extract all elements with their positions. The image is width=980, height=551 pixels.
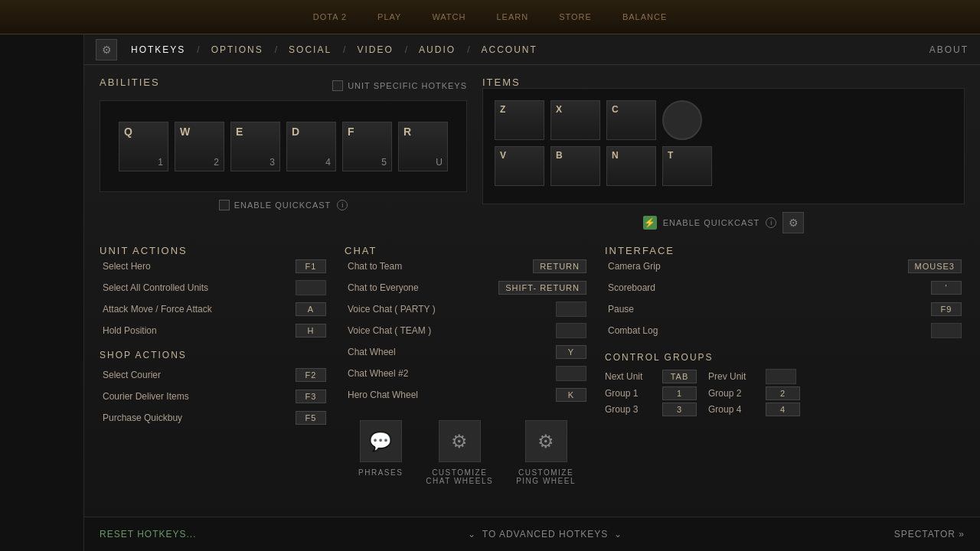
select-courier-key[interactable]: F2 — [296, 368, 326, 382]
action-hero-chat-wheel[interactable]: Hero Chat Wheel K — [345, 385, 590, 405]
nav-about[interactable]: ABOUT — [929, 44, 969, 55]
chat-everyone-key[interactable]: SHIFT- RETURN — [498, 281, 586, 295]
action-select-courier[interactable]: Select Courier F2 — [100, 365, 329, 385]
unit-specific-checkbox-label[interactable]: UNIT SPECIFIC HOTKEYS — [332, 80, 467, 91]
combat-log-key[interactable] — [931, 323, 962, 338]
group4-key[interactable]: 4 — [766, 403, 800, 416]
action-purchase-quickbuy[interactable]: Purchase Quickbuy F5 — [100, 408, 329, 428]
topbar-play[interactable]: PLAY — [377, 12, 401, 21]
unit-specific-checkbox[interactable] — [332, 80, 343, 91]
action-hold-position[interactable]: Hold Position H — [100, 321, 329, 341]
nav-sep-2: / — [273, 44, 279, 55]
enable-quickcast-items-label[interactable]: ENABLE QUICKCAST — [663, 218, 760, 227]
advanced-hotkeys-button[interactable]: ⌄ TO ADVANCED HOTKEYS ⌄ — [468, 529, 623, 540]
topbar-dota[interactable]: DOTA 2 — [313, 12, 347, 21]
ability-key-r: R — [403, 126, 411, 138]
select-all-label: Select All Controlled Units — [103, 282, 208, 293]
action-select-hero[interactable]: Select Hero F1 — [100, 256, 329, 276]
topbar-balance[interactable]: BALANCE — [622, 12, 667, 21]
prev-unit-key[interactable] — [766, 369, 796, 384]
top-section: ABILITIES UNIT SPECIFIC HOTKEYS Q 1 W — [100, 77, 965, 233]
action-camera-grip[interactable]: Camera Grip MOUSE3 — [605, 256, 965, 276]
control-group-row-2: Group 3 3 Group 4 4 — [605, 403, 965, 416]
action-attack-move[interactable]: Attack Move / Force Attack A — [100, 299, 329, 319]
ability-key-e: E — [236, 126, 243, 138]
spectator-button[interactable]: SPECTATOR » — [894, 529, 965, 540]
group3-key[interactable]: 3 — [662, 403, 697, 416]
topbar-learn[interactable]: LEARN — [496, 12, 528, 21]
topbar-watch[interactable]: WATCH — [432, 12, 466, 21]
chat-wheel-key[interactable]: Y — [556, 345, 586, 359]
camera-grip-key[interactable]: MOUSE3 — [908, 259, 962, 273]
pause-key[interactable]: F9 — [931, 302, 962, 316]
item-slot-c[interactable]: C — [606, 100, 656, 140]
enable-quickcast-abilities-label[interactable]: ENABLE QUICKCAST — [219, 200, 332, 210]
item-slot-v[interactable]: V — [495, 146, 544, 186]
enable-quickcast-abilities-checkbox[interactable] — [219, 200, 230, 210]
nav-sep-1: / — [195, 44, 201, 55]
action-chat-everyone[interactable]: Chat to Everyone SHIFT- RETURN — [345, 278, 590, 298]
action-scoreboard[interactable]: Scoreboard ' — [605, 278, 965, 298]
group2-key[interactable]: 2 — [766, 386, 800, 400]
item-slot-n[interactable]: N — [606, 146, 656, 186]
customize-chat-wheels-button[interactable]: ⚙ CUSTOMIZECHAT WHEELS — [426, 420, 493, 485]
items-quickcast-info-icon[interactable]: i — [766, 217, 776, 228]
control-groups-section: CONTROL GROUPS Next Unit TAB Prev Unit G… — [605, 352, 965, 416]
hero-chat-wheel-label: Hero Chat Wheel — [348, 390, 418, 400]
action-chat-wheel[interactable]: Chat Wheel Y — [345, 342, 590, 362]
chat-wheel-2-key[interactable] — [556, 366, 586, 381]
next-unit-key[interactable]: TAB — [662, 370, 697, 383]
voice-team-key[interactable] — [556, 323, 586, 338]
nav-video[interactable]: VIDEO — [351, 41, 399, 59]
nav-hotkeys[interactable]: HOTKEYS — [125, 41, 191, 59]
nav-audio[interactable]: AUDIO — [413, 41, 462, 59]
ability-slots: Q 1 W 2 E 3 D 4 — [119, 122, 448, 171]
ability-num-4: 4 — [325, 157, 331, 168]
quickcast-info-icon[interactable]: i — [337, 200, 348, 210]
ability-slot-r[interactable]: R U — [398, 122, 448, 171]
courier-deliver-label: Courier Deliver Items — [103, 391, 189, 402]
action-pause[interactable]: Pause F9 — [605, 299, 965, 319]
action-chat-team[interactable]: Chat to Team RETURN — [345, 256, 590, 276]
chat-team-key[interactable]: RETURN — [533, 259, 586, 273]
ability-slot-e[interactable]: E 3 — [230, 122, 280, 171]
nav-social[interactable]: SOCIAL — [283, 41, 338, 59]
item-slot-t[interactable]: T — [662, 146, 712, 186]
hero-chat-wheel-key[interactable]: K — [556, 388, 586, 402]
ability-slot-w[interactable]: W 2 — [175, 122, 224, 171]
gear-button[interactable]: ⚙ — [96, 39, 117, 60]
attack-move-key[interactable]: A — [296, 302, 326, 316]
top-bar: DOTA 2 PLAY WATCH LEARN STORE BALANCE — [0, 0, 980, 34]
voice-party-key[interactable] — [556, 302, 586, 317]
select-hero-key[interactable]: F1 — [296, 259, 326, 273]
ability-slot-f[interactable]: F 5 — [342, 122, 392, 171]
ability-slot-d[interactable]: D 4 — [286, 122, 336, 171]
customize-ping-wheel-button[interactable]: ⚙ CUSTOMIZEPING WHEEL — [516, 420, 576, 485]
nav-options[interactable]: OPTIONS — [205, 41, 270, 59]
nav-account[interactable]: ACCOUNT — [475, 41, 543, 59]
ability-key-d: D — [292, 126, 299, 138]
items-settings-button[interactable]: ⚙ — [782, 212, 804, 233]
select-all-key[interactable] — [296, 280, 326, 295]
courier-deliver-key[interactable]: F3 — [296, 390, 326, 403]
item-slot-z[interactable]: Z — [495, 100, 544, 140]
bottom-section: UNIT ACTIONS Select Hero F1 Select All C… — [100, 245, 965, 485]
group1-key[interactable]: 1 — [662, 386, 697, 400]
hold-position-key[interactable]: H — [296, 324, 326, 337]
purchase-quickbuy-key[interactable]: F5 — [296, 411, 326, 425]
ability-slot-q[interactable]: Q 1 — [119, 122, 168, 171]
reset-hotkeys-button[interactable]: RESET HOTKEYS... — [100, 529, 196, 540]
control-groups-title: CONTROL GROUPS — [605, 352, 965, 363]
topbar-store[interactable]: STORE — [559, 12, 592, 21]
action-voice-party[interactable]: Voice Chat ( PARTY ) — [345, 299, 590, 319]
phrases-button[interactable]: 💬 PHRASES — [358, 420, 403, 485]
action-select-all[interactable]: Select All Controlled Units — [100, 278, 329, 298]
action-voice-team[interactable]: Voice Chat ( TEAM ) — [345, 321, 590, 341]
action-combat-log[interactable]: Combat Log — [605, 321, 965, 341]
scoreboard-key[interactable]: ' — [931, 281, 962, 295]
action-chat-wheel-2[interactable]: Chat Wheel #2 — [345, 364, 590, 383]
action-courier-deliver[interactable]: Courier Deliver Items F3 — [100, 386, 329, 406]
customize-ping-wheel-label: CUSTOMIZEPING WHEEL — [516, 468, 576, 485]
item-slot-x[interactable]: X — [550, 100, 600, 140]
item-slot-b[interactable]: B — [550, 146, 600, 186]
